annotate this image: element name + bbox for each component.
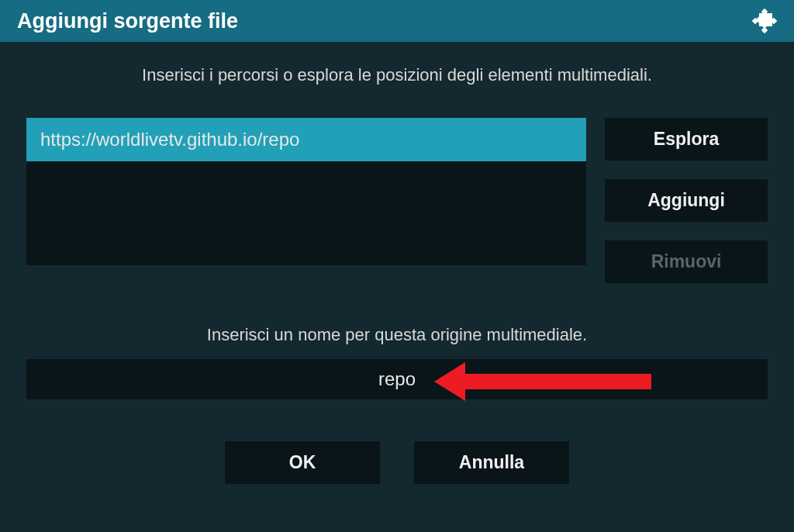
- side-buttons: Esplora Aggiungi Rimuovi: [605, 118, 768, 283]
- kodi-logo-icon: [752, 9, 777, 33]
- ok-button[interactable]: OK: [225, 441, 380, 484]
- paths-instruction: Inserisci i percorsi o esplora le posizi…: [26, 65, 768, 85]
- dialog-buttons: OK Annulla: [26, 441, 768, 484]
- name-instruction: Inserisci un nome per questa origine mul…: [26, 325, 768, 345]
- browse-button[interactable]: Esplora: [605, 118, 768, 161]
- path-item-selected[interactable]: https://worldlivetv.github.io/repo: [26, 118, 586, 161]
- path-list[interactable]: https://worldlivetv.github.io/repo: [26, 118, 586, 265]
- cancel-button[interactable]: Annulla: [414, 441, 569, 484]
- titlebar: Aggiungi sorgente file: [0, 0, 794, 42]
- dialog-content: Inserisci i percorsi o esplora le posizi…: [0, 42, 794, 484]
- add-button[interactable]: Aggiungi: [605, 179, 768, 222]
- paths-section: https://worldlivetv.github.io/repo Esplo…: [26, 118, 768, 283]
- source-name-input[interactable]: repo: [26, 359, 768, 399]
- remove-button: Rimuovi: [605, 240, 768, 283]
- dialog-title: Aggiungi sorgente file: [17, 9, 238, 33]
